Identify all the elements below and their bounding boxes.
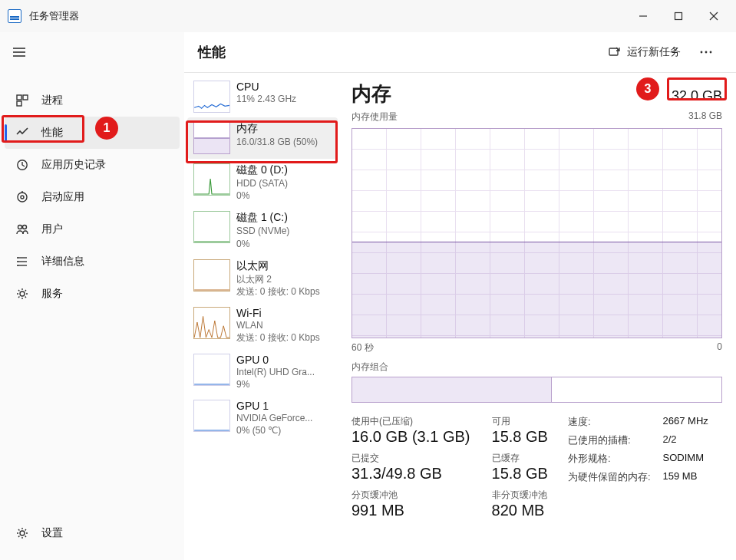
sparkline-ethernet [193,259,230,292]
perf-sub: NVIDIA GeForce... 0% (50 ℃) [236,412,332,436]
chart-axis-right: 0 [717,341,722,354]
nav-label: 用户 [41,222,63,236]
svg-point-23 [20,531,25,535]
perf-item-ethernet[interactable]: 以太网 以太网 2 发送: 0 接收: 0 Kbps [187,255,338,302]
content-header: 性能 运行新任务 [184,32,736,72]
sparkline-gpu0 [193,354,230,386]
stat-cached: 已缓存 15.8 GB [492,452,548,483]
sparkline-cpu [193,81,230,113]
stat-value: 991 MB [351,502,470,519]
right-pane: 性能 运行新任务 CPU 11% 2.43 GHz [184,32,736,560]
sparkline-gpu1 [193,400,230,432]
sidebar-item-users[interactable]: 用户 [0,213,184,245]
stats-main-grid: 使用中(已压缩) 16.0 GB (3.1 GB) 可用 15.8 GB 已提交… [351,415,548,519]
stat-in-use: 使用中(已压缩) 16.0 GB (3.1 GB) [351,415,470,446]
usage-label: 内存使用量 [351,110,688,124]
sidebar-item-services[interactable]: 服务 [0,278,184,310]
run-task-icon [609,46,621,58]
nav-label: 详细信息 [41,255,84,268]
svg-point-22 [20,292,25,296]
stat-label: 已缓存 [492,452,548,465]
perf-item-memory[interactable]: 内存 16.0/31.8 GB (50%) [187,117,338,159]
perf-name: GPU 0 [236,354,332,366]
nav-list: 进程 性能 应用历史记录 启动应用 [0,84,184,509]
composition-label: 内存组合 [351,361,722,374]
info-key: 速度: [568,415,651,429]
minimize-icon [639,12,648,21]
perf-sub: WLAN 发送: 0 接收: 0 Kbps [236,319,332,344]
sidebar-item-details[interactable]: 详细信息 [0,245,184,278]
info-value: 2667 MHz [663,415,708,429]
sparkline-wifi [193,307,230,339]
svg-point-19 [17,257,18,259]
perf-sub: 16.0/31.8 GB (50%) [236,136,332,148]
perf-name: 内存 [236,122,332,136]
sparkline-memory [193,122,230,154]
svg-point-20 [17,261,18,262]
sidebar-item-history[interactable]: 应用历史记录 [0,149,184,181]
chart-fill-area [352,242,721,338]
perf-name: 磁盘 0 (D:) [236,163,332,177]
svg-point-12 [21,196,24,199]
performance-detail: 内存 32.0 GB 内存使用量 31.8 GB 60 秒 0 内存组合 [338,73,736,560]
sidebar-item-performance[interactable]: 性能 [5,117,180,149]
perf-item-gpu0[interactable]: GPU 0 Intel(R) UHD Gra... 9% [187,349,338,395]
memory-usage-chart [351,128,722,338]
details-icon [15,255,29,268]
app-icon [8,9,21,23]
stat-label: 分页缓冲池 [351,489,470,502]
perf-name: 磁盘 1 (C:) [236,211,332,225]
stat-label: 可用 [492,415,548,428]
detail-total-ram: 32.0 GB [672,88,722,104]
minimize-button[interactable] [625,4,661,28]
perf-item-gpu1[interactable]: GPU 1 NVIDIA GeForce... 0% (50 ℃) [187,395,338,441]
svg-rect-24 [609,48,618,55]
more-button[interactable] [690,38,722,66]
perf-name: 以太网 [236,259,332,273]
perf-category-list[interactable]: CPU 11% 2.43 GHz 内存 16.0/31.8 GB (50%) [184,73,338,560]
run-new-task-button[interactable]: 运行新任务 [602,42,687,62]
svg-point-21 [17,265,18,266]
perf-sub: Intel(R) UHD Gra... 9% [236,366,332,390]
nav-label: 设置 [41,526,63,540]
stat-label: 非分页缓冲池 [492,489,548,502]
svg-point-26 [701,51,703,54]
sidebar-item-startup[interactable]: 启动应用 [0,181,184,213]
stat-paged-pool: 分页缓冲池 991 MB [351,489,470,519]
close-icon [709,12,718,21]
info-key: 为硬件保留的内存: [568,470,651,484]
run-task-label: 运行新任务 [627,45,681,59]
svg-rect-8 [23,95,28,100]
nav-label: 进程 [41,94,63,107]
detail-title: 内存 [351,81,672,107]
svg-point-28 [710,51,712,54]
stat-value: 820 MB [492,502,548,519]
more-icon [700,51,712,54]
info-value: 159 MB [663,470,708,484]
nav-label: 应用历史记录 [41,158,106,172]
perf-item-cpu[interactable]: CPU 11% 2.43 GHz [187,76,338,117]
hamburger-icon [12,47,26,58]
perf-item-wifi[interactable]: Wi-Fi WLAN 发送: 0 接收: 0 Kbps [187,302,338,348]
sidebar-item-processes[interactable]: 进程 [0,84,184,117]
sidebar-item-settings[interactable]: 设置 [0,517,184,549]
svg-point-15 [23,226,27,229]
info-value: 2/2 [663,433,708,447]
users-icon [15,222,29,236]
memory-stats: 使用中(已压缩) 16.0 GB (3.1 GB) 可用 15.8 GB 已提交… [351,415,722,519]
svg-point-14 [18,226,22,229]
perf-item-disk1[interactable]: 磁盘 1 (C:) SSD (NVMe) 0% [187,206,338,254]
stat-value: 31.3/49.8 GB [351,465,470,483]
perf-sub: HDD (SATA) 0% [236,177,332,202]
usage-max: 31.8 GB [688,110,722,124]
maximize-button[interactable] [661,4,696,28]
composition-used [352,377,552,402]
stat-label: 已提交 [351,452,470,465]
stats-info-grid: 速度: 2667 MHz 已使用的插槽: 2/2 外形规格: SODIMM 为硬… [568,415,708,484]
perf-name: GPU 1 [236,400,332,412]
hamburger-button[interactable] [3,37,35,68]
stat-committed: 已提交 31.3/49.8 GB [351,452,470,483]
perf-name: Wi-Fi [236,307,332,319]
close-button[interactable] [696,4,731,28]
perf-item-disk0[interactable]: 磁盘 0 (D:) HDD (SATA) 0% [187,159,338,206]
